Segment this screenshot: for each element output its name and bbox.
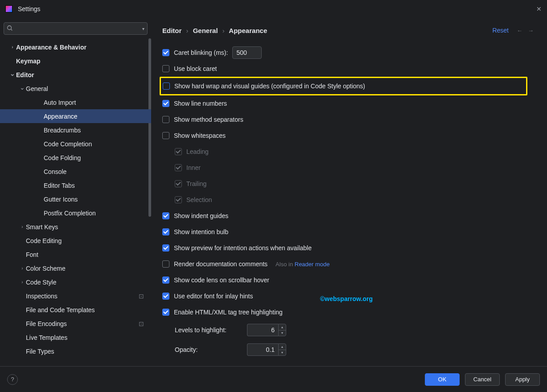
breadcrumb-part: General [193, 27, 218, 34]
show-indent-guides-row: Show indent guides [162, 208, 536, 224]
render-doc-comments-checkbox[interactable] [162, 260, 169, 268]
enable-html-xml-tag-checkbox[interactable] [162, 309, 169, 316]
tree-item-live-templates[interactable]: Live Templates [0, 330, 151, 344]
show-line-numbers-checkbox[interactable] [162, 100, 169, 107]
tree-item-label: Font [26, 251, 151, 258]
tree-item-label: Code Completion [44, 140, 151, 148]
main-panel: Editor › General › Appearance Reset ← → … [152, 18, 547, 366]
chevron-right-icon[interactable]: › [19, 280, 26, 285]
tree-item-label: Gutter Icons [44, 196, 151, 203]
show-whitespaces-checkbox[interactable] [162, 132, 169, 139]
nav-forward-icon[interactable]: → [528, 27, 534, 34]
tree-item-gutter-icons[interactable]: Gutter Icons [0, 192, 151, 206]
chevron-down-icon[interactable]: ⌄ [19, 84, 26, 91]
tree-item-auto-import[interactable]: Auto Import [0, 95, 151, 109]
spinner-down-icon[interactable]: ▼ [279, 350, 286, 356]
close-icon[interactable]: ✕ [536, 5, 542, 12]
tree-item-code-completion[interactable]: Code Completion [0, 137, 151, 151]
tree-item-keymap[interactable]: Keymap [0, 54, 151, 68]
render-doc-comments-row: Render documentation comments Also in Re… [162, 256, 536, 272]
tree-item-label: Smart Keys [26, 223, 151, 231]
apply-button[interactable]: Apply [505, 373, 540, 386]
tree-item-postfix-completion[interactable]: Postfix Completion [0, 206, 151, 220]
chevron-right-icon[interactable]: › [19, 266, 26, 271]
show-code-lens-row: Show code lens on scrollbar hover [162, 272, 536, 288]
tree-item-label: File Types [26, 348, 151, 355]
ok-button[interactable]: OK [425, 373, 460, 386]
tree-item-label: Editor Tabs [44, 182, 151, 189]
breadcrumb-part: Editor [162, 27, 181, 34]
breadcrumb: Editor › General › Appearance [162, 27, 267, 34]
show-code-lens-checkbox[interactable] [162, 276, 169, 284]
chevron-right-icon[interactable]: › [9, 45, 16, 50]
also-in-prefix: Also in [276, 261, 295, 268]
show-hard-wrap-row: Show hard wrap and visual guides (config… [163, 81, 524, 91]
caret-blinking-label: Caret blinking (ms): [174, 49, 228, 56]
tree-item-appearance-behavior[interactable]: ›Appearance & Behavior [0, 40, 151, 54]
tree-item-console[interactable]: Console [0, 165, 151, 178]
tree-item-label: Auto Import [44, 99, 151, 106]
ws-trailing-label: Trailing [186, 180, 206, 187]
show-method-separators-row: Show method separators [162, 111, 536, 128]
use-editor-font-inlay-label: Use editor font for inlay hints [174, 293, 253, 300]
tree-item-color-scheme[interactable]: ›Color Scheme [0, 261, 151, 275]
search-box[interactable]: ▾ [4, 22, 148, 35]
tree-item-label: General [26, 85, 151, 92]
footer: ? OK Cancel Apply [0, 366, 547, 392]
tree-item-code-folding[interactable]: Code Folding [0, 151, 151, 165]
reader-mode-link[interactable]: Reader mode [295, 261, 330, 268]
tree-item-file-types[interactable]: File Types [0, 344, 151, 358]
tree-item-font[interactable]: Font [0, 248, 151, 261]
show-whitespaces-label: Show whitespaces [174, 132, 226, 139]
tree-item-inspections[interactable]: Inspections⊡ [0, 289, 151, 303]
nav-back-icon[interactable]: ← [517, 27, 522, 34]
tree-item-file-encodings[interactable]: File Encodings⊡ [0, 317, 151, 330]
show-indent-guides-label: Show indent guides [174, 212, 228, 219]
levels-spinner[interactable]: ▲ ▼ [247, 324, 286, 336]
tree-item-label: Editor [16, 71, 151, 78]
titlebar: Settings ✕ [0, 0, 547, 18]
tree-item-smart-keys[interactable]: ›Smart Keys [0, 220, 151, 234]
opacity-row: Opacity: ▲ ▼ [162, 340, 536, 359]
show-intention-bulb-checkbox[interactable] [162, 228, 169, 235]
svg-line-1 [11, 29, 12, 30]
show-intention-bulb-row: Show intention bulb [162, 224, 536, 240]
search-input[interactable] [15, 25, 142, 32]
tree-item-editor[interactable]: ⌄Editor [0, 68, 151, 82]
reset-link[interactable]: Reset [492, 27, 509, 34]
show-preview-intention-checkbox[interactable] [162, 244, 169, 252]
ws-selection-checkbox [175, 196, 182, 203]
tree-item-breadcrumbs[interactable]: Breadcrumbs [0, 123, 151, 137]
tree-item-file-and-code-templates[interactable]: File and Code Templates [0, 303, 151, 317]
tree-item-general[interactable]: ⌄General [0, 82, 151, 95]
tree-item-label: Postfix Completion [44, 210, 151, 217]
caret-blinking-checkbox[interactable] [162, 49, 169, 56]
breadcrumb-sep: › [222, 27, 225, 34]
opacity-spinner[interactable]: ▲ ▼ [247, 343, 286, 356]
show-method-separators-checkbox[interactable] [162, 116, 169, 123]
spinner-down-icon[interactable]: ▼ [279, 330, 286, 336]
help-button[interactable]: ? [7, 374, 18, 385]
use-block-caret-checkbox[interactable] [162, 65, 169, 72]
show-indent-guides-checkbox[interactable] [162, 212, 169, 219]
spinner-up-icon[interactable]: ▲ [279, 324, 286, 330]
opacity-label: Opacity: [175, 346, 242, 353]
use-editor-font-inlay-checkbox[interactable] [162, 293, 169, 300]
tree-item-code-style[interactable]: ›Code Style [0, 275, 151, 289]
dropdown-icon[interactable]: ▾ [142, 26, 144, 31]
tree-item-code-editing[interactable]: Code Editing [0, 234, 151, 248]
levels-input[interactable] [247, 324, 278, 336]
show-hard-wrap-checkbox[interactable] [163, 83, 170, 90]
ws-leading-label: Leading [186, 148, 209, 155]
tree-item-appearance[interactable]: Appearance [0, 109, 151, 123]
caret-blinking-input[interactable] [232, 46, 262, 59]
chevron-down-icon[interactable]: ⌄ [9, 70, 16, 77]
ws-inner-label: Inner [186, 164, 201, 171]
project-scope-icon: ⊡ [139, 293, 144, 300]
chevron-right-icon[interactable]: › [19, 224, 26, 229]
opacity-input[interactable] [247, 343, 278, 356]
spinner-up-icon[interactable]: ▲ [279, 344, 286, 350]
tree-item-label: File and Code Templates [26, 306, 151, 314]
cancel-button[interactable]: Cancel [465, 373, 500, 386]
tree-item-editor-tabs[interactable]: Editor Tabs [0, 178, 151, 192]
